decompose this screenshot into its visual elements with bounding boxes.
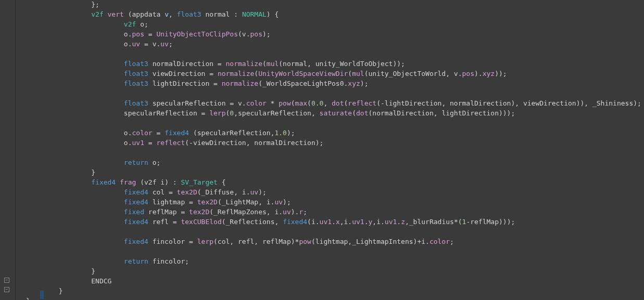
code-token: color (430, 238, 450, 245)
code-token: z (401, 218, 405, 226)
code-line[interactable]: fixed4 fincolor = lerp(col, refl, reflMa… (26, 237, 644, 247)
code-token: (_LightMap, i. (218, 198, 275, 206)
code-token: ). (474, 70, 483, 77)
code-token: normalDirection = (148, 60, 226, 68)
code-token: mul (352, 70, 364, 77)
code-line[interactable]: v2f vert (appdata v, float3 normal : NOR… (26, 10, 644, 20)
code-line[interactable]: o.color = fixed4 (specularReflection,1.0… (26, 128, 644, 138)
code-token: refl = (148, 218, 181, 226)
code-token: = v. (140, 40, 160, 48)
code-line[interactable] (26, 148, 644, 158)
code-line[interactable]: } (26, 267, 644, 277)
code-line[interactable]: o.uv = v.uv; (26, 40, 644, 49)
code-token: mul (267, 60, 279, 68)
code-token: fixed4 (283, 218, 307, 226)
code-token: v (165, 10, 169, 18)
code-token: uv1 (132, 139, 144, 147)
code-token: fixed4 (124, 238, 148, 245)
code-token: lightmap = (148, 198, 197, 206)
code-token: uv (250, 188, 259, 196)
fold-toggle-icon[interactable]: − (4, 278, 9, 283)
code-token: (col, refl, reflMap)* (213, 238, 299, 245)
code-line[interactable]: } (26, 168, 644, 178)
code-token: fincolor; (148, 257, 189, 265)
code-token: v2f (91, 10, 103, 18)
code-line[interactable]: } (26, 286, 644, 296)
code-token: (_Reflections, (222, 218, 283, 226)
code-token: )); (495, 70, 507, 77)
fold-toggle-icon[interactable]: − (4, 287, 9, 292)
code-token: . (364, 218, 369, 226)
code-token: } (59, 287, 63, 295)
code-token: }; (91, 1, 99, 8)
code-line[interactable]: v2f o; (26, 20, 644, 30)
code-line[interactable]: fixed4 lightmap = tex2D(_LightMap, i.uv)… (26, 198, 644, 207)
code-token: o. (124, 30, 132, 38)
code-line[interactable]: o.uv1 = reflect(-viewDirection, normalDi… (26, 138, 644, 148)
code-line[interactable]: return fincolor; (26, 257, 644, 267)
code-token: texCUBElod (181, 218, 221, 226)
code-token: float3 (124, 60, 148, 68)
code-token: } (91, 267, 95, 275)
code-line[interactable] (26, 49, 644, 59)
code-token: { (218, 178, 226, 186)
code-token: (_Diffuse, i. (197, 188, 250, 196)
code-token: viewDirection = (148, 70, 218, 77)
code-line[interactable]: ENDCG (26, 277, 644, 286)
code-area[interactable]: }; v2f vert (appdata v, float3 normal : … (16, 0, 644, 300)
code-token: ( (262, 60, 267, 68)
code-token: dot (356, 109, 368, 117)
code-token: color (246, 99, 267, 107)
code-token: ( (352, 109, 356, 117)
code-token: , (323, 99, 332, 107)
code-line[interactable]: fixed4 col = tex2D(_Diffuse, i.uv); (26, 188, 644, 198)
code-token: , (169, 10, 177, 18)
code-token: fixed4 (91, 178, 116, 186)
code-token: pos (132, 30, 144, 38)
code-token: saturate (320, 109, 352, 117)
code-token: SV_Target (181, 178, 217, 186)
code-token: (v2f i) : (136, 178, 181, 186)
code-token: fixed4 (124, 218, 148, 226)
code-line[interactable]: fixed4 refl = texCUBElod(_Reflections, f… (26, 217, 644, 227)
code-line[interactable]: } (26, 296, 644, 300)
code-token: reflect (348, 99, 376, 107)
code-token: ). (291, 208, 299, 216)
code-token: UnityObjectToClipPos (156, 30, 238, 38)
code-token: (unity_ObjectToWorld, v. (364, 70, 462, 77)
code-token: o. (124, 40, 132, 48)
code-token: ( (291, 99, 295, 107)
code-line[interactable] (26, 89, 644, 99)
code-token: (i. (307, 218, 319, 226)
code-editor[interactable]: −− }; v2f vert (appdata v, float3 normal… (0, 0, 644, 300)
code-line[interactable]: float3 normalDirection = normalize(mul(n… (26, 59, 644, 69)
code-token: } (26, 297, 30, 300)
code-token: * (267, 99, 279, 107)
code-token: (normalDirection, lightDirection))); (369, 109, 515, 117)
code-token: pow (279, 99, 291, 107)
code-token: fixed4 (124, 198, 148, 206)
code-line[interactable]: specularReflection = lerp(0,specularRefl… (26, 109, 644, 119)
code-line[interactable] (26, 247, 644, 257)
code-token: normalize (226, 60, 262, 68)
code-line[interactable]: fixed reflMap = tex2D(_ReflMapZones, i.u… (26, 207, 644, 217)
code-line[interactable]: float3 specularReflection = v.color * po… (26, 99, 644, 109)
code-line[interactable]: float3 viewDirection = normalize(UnityWo… (26, 69, 644, 79)
code-token: xyz (348, 80, 360, 87)
code-token: ) { (267, 10, 279, 18)
code-line[interactable]: return o; (26, 158, 644, 168)
code-token: ; (450, 238, 454, 245)
code-token: o. (124, 139, 132, 147)
code-token: ENDCG (91, 277, 111, 285)
code-token: float3 (177, 10, 201, 18)
code-token: ( (307, 99, 311, 107)
code-line[interactable]: }; (26, 0, 644, 10)
code-line[interactable] (26, 227, 644, 237)
code-line[interactable] (26, 119, 644, 128)
code-line[interactable]: fixed4 frag (v2f i) : SV_Target { (26, 178, 644, 188)
code-token: o; (136, 20, 148, 28)
code-line[interactable]: float3 lightDirection = normalize(_World… (26, 79, 644, 89)
code-token: (-viewDirection, normalDirection); (185, 139, 323, 147)
code-line[interactable]: o.pos = UnityObjectToClipPos(v.pos); (26, 30, 644, 40)
code-token: lerp (197, 238, 213, 245)
